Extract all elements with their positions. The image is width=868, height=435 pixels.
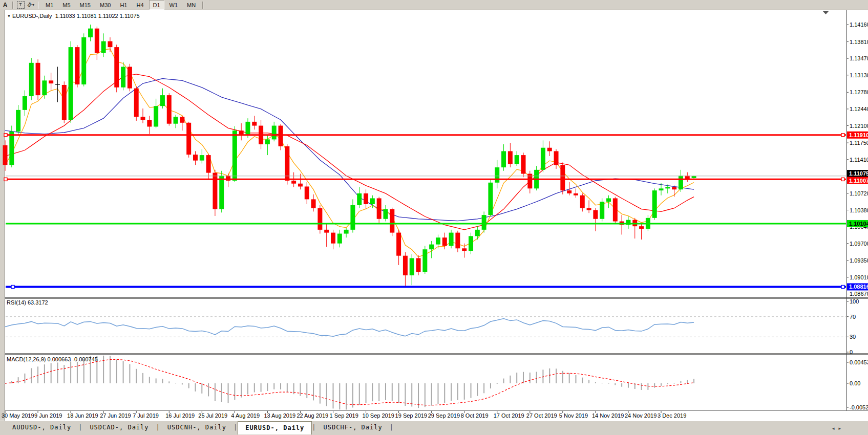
macd-histogram-bar	[11, 381, 12, 383]
chart-tab-eurusd[interactable]: EURUSD-, Daily	[238, 421, 312, 434]
candle-body	[541, 148, 545, 170]
level-line-handle[interactable]	[4, 178, 7, 181]
candle-body	[55, 84, 60, 85]
diagonal-arrows-glyph: ⇄	[26, 1, 34, 9]
macd-histogram-bar	[247, 383, 248, 395]
macd-histogram-bar	[641, 383, 642, 390]
date-axis-label: 7 Jul 2019	[133, 412, 159, 419]
tab-scroll-left-icon[interactable]: ◂	[832, 426, 839, 431]
level-line-handle[interactable]	[11, 285, 14, 288]
macd-axis-label: 0.00	[850, 380, 860, 386]
timeframe-button-d1[interactable]: D1	[149, 0, 164, 10]
macd-histogram-bar	[306, 383, 307, 398]
chart-tab-usdcnh[interactable]: USDCNH-, Daily	[160, 423, 234, 434]
price-axis-tick-label: 1.08670	[850, 291, 868, 297]
timeframe-button-h1[interactable]: H1	[116, 0, 131, 10]
candle-body	[488, 183, 493, 215]
macd-histogram-bar	[234, 383, 235, 400]
candle-body	[639, 226, 644, 229]
candle-body	[29, 63, 34, 96]
timeframe-button-m30[interactable]: M30	[96, 0, 115, 10]
macd-histogram-bar	[333, 383, 334, 408]
macd-histogram-bar	[149, 377, 150, 383]
level-line-handle[interactable]	[4, 134, 7, 137]
date-axis-label: 19 Sep 2019	[395, 412, 427, 419]
macd-histogram-bar	[300, 383, 301, 396]
rsi-axis-label: 70	[850, 314, 856, 320]
timeframe-button-m1[interactable]: M1	[41, 0, 57, 10]
macd-histogram-bar	[444, 383, 445, 403]
macd-histogram-bar	[339, 383, 340, 409]
cursor-mode-tool-icon[interactable]: ⇄ ▾	[26, 1, 36, 9]
macd-histogram-bar	[556, 368, 557, 383]
text-tool-icon[interactable]: T	[15, 1, 26, 9]
tab-separator: |	[234, 423, 238, 431]
timeframe-button-w1[interactable]: W1	[165, 0, 182, 10]
macd-histogram-bar	[221, 383, 222, 402]
candle-body	[206, 155, 211, 173]
macd-histogram-bar	[378, 383, 379, 401]
chart-tab-usdcad[interactable]: USDCAD-, Daily	[82, 423, 156, 434]
candle-body	[357, 193, 362, 205]
date-axis-label: 16 Jul 2019	[165, 412, 195, 419]
candle-body	[337, 234, 342, 244]
macd-histogram-bar	[110, 356, 111, 383]
chart-canvas[interactable]: 1.141601.138101.134701.131301.127801.124…	[0, 10, 868, 421]
candle-body	[114, 47, 119, 88]
candle-body	[547, 148, 552, 151]
rsi-axis-label: 0	[850, 349, 853, 355]
timeframe-button-m15[interactable]: M15	[76, 0, 95, 10]
date-axis-label: 22 Aug 2019	[297, 412, 328, 419]
timeframe-button-mn[interactable]: MN	[183, 0, 200, 10]
macd-histogram-bar	[411, 383, 412, 406]
macd-histogram-bar	[661, 383, 662, 386]
tab-scroll-right-icon[interactable]: ▸	[838, 426, 845, 431]
chart-tab-audusd[interactable]: AUDUSD-, Daily	[5, 423, 78, 434]
mt4-window: A T ⇄ ▾ M1M5M15M30H1H4D1W1MN 1.141601.13…	[0, 0, 868, 435]
level-line-handle[interactable]	[841, 178, 844, 181]
macd-histogram-bar	[628, 383, 629, 388]
tab-scroll-arrows[interactable]: ◂▸	[832, 426, 845, 431]
macd-histogram-bar	[175, 383, 176, 383]
macd-histogram-bar	[44, 364, 45, 383]
chart-tab-usdchf[interactable]: USDCHF-, Daily	[316, 423, 390, 434]
chart-tabs: AUDUSD-, Daily|USDCAD-, Daily|USDCNH-, D…	[0, 421, 394, 434]
macd-histogram-bar	[208, 383, 209, 396]
timeframe-button-m5[interactable]: M5	[58, 0, 74, 10]
candle-body	[501, 151, 506, 167]
macd-histogram-bar	[687, 380, 688, 383]
date-axis-label: 5 Nov 2019	[559, 412, 588, 419]
macd-histogram-bar	[425, 383, 426, 407]
candle-body	[344, 230, 349, 234]
macd-histogram-bar	[129, 364, 130, 383]
candle-body	[449, 233, 454, 246]
candle-body	[9, 132, 14, 165]
candle-body	[147, 120, 152, 126]
candle-body	[285, 146, 289, 181]
macd-histogram-bar	[667, 383, 668, 384]
level-line-handle[interactable]	[841, 285, 844, 288]
macd-histogram-bar	[385, 383, 386, 400]
macd-histogram-bar	[582, 378, 583, 383]
macd-histogram-bar	[536, 372, 537, 383]
date-axis-label: 1 Sep 2019	[330, 412, 358, 419]
date-axis-label: 29 Sep 2019	[428, 412, 460, 419]
candle-body	[324, 230, 329, 233]
arrow-style-tool-icon[interactable]: A	[0, 1, 10, 9]
timeframe-button-h4[interactable]: H4	[132, 0, 147, 10]
macd-histogram-bar	[405, 383, 406, 406]
tab-separator: |	[390, 423, 394, 431]
macd-histogram-bar	[195, 383, 196, 391]
macd-histogram-bar	[103, 356, 104, 383]
macd-histogram-bar	[182, 383, 183, 384]
rsi-indicator-label: RSI(14) 63.3172	[7, 299, 48, 306]
macd-axis-label: 0.004536	[850, 359, 868, 365]
candle-body	[469, 236, 473, 251]
candle-body	[101, 41, 106, 53]
collapse-triangle-icon[interactable]: ▼	[7, 14, 11, 18]
macd-histogram-bar	[228, 383, 229, 403]
level-line-handle[interactable]	[841, 134, 844, 137]
macd-histogram-bar	[156, 378, 157, 383]
candle-body	[606, 198, 611, 202]
level-price-badge-text: 1.11007	[849, 178, 868, 184]
